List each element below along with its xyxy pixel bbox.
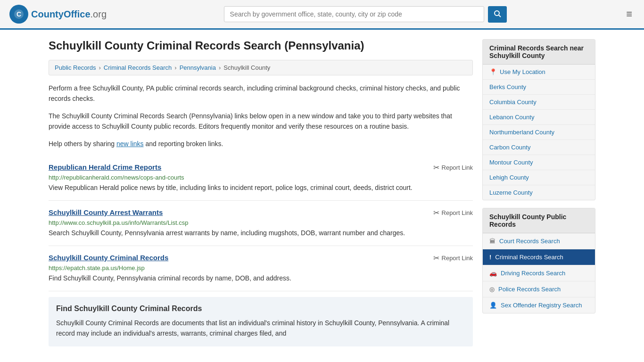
sidebar-county-7[interactable]: Lehigh County: [483, 170, 595, 185]
report-icon-2: ✂: [433, 208, 439, 217]
sidebar-police-records[interactable]: ◎ Police Records Search: [483, 281, 595, 297]
nearby-section: Criminal Records Search near Schuylkill …: [482, 39, 595, 200]
resource-header-2: Schuylkill County Arrest Warrants ✂ Repo…: [49, 208, 473, 217]
resource-item-3: Schuylkill County Criminal Records ✂ Rep…: [49, 246, 473, 291]
resource-header-1: Republican Herald Crime Reports ✂ Report…: [49, 163, 473, 172]
resource-header-3: Schuylkill County Criminal Records ✂ Rep…: [49, 254, 473, 263]
report-icon-3: ✂: [433, 254, 439, 263]
description-1: Perform a free Schuylkill County, PA pub…: [49, 83, 473, 104]
county-link-northumberland[interactable]: Northumberland County: [489, 129, 554, 136]
driving-icon: 🚗: [489, 270, 497, 277]
driving-records-link[interactable]: Driving Records Search: [501, 270, 565, 277]
sidebar-court-records[interactable]: 🏛 Court Records Search: [483, 233, 595, 249]
breadcrumb-sep-3: ›: [219, 64, 221, 71]
logo[interactable]: C CountyOffice.org: [9, 5, 107, 24]
county-link-berks[interactable]: Berks County: [489, 83, 526, 90]
county-link-columbia[interactable]: Columbia County: [489, 99, 537, 106]
county-link-luzerne[interactable]: Luzerne County: [489, 189, 533, 196]
nearby-title: Criminal Records Search near Schuylkill …: [483, 40, 595, 65]
breadcrumb-pennsylvania[interactable]: Pennsylvania: [180, 64, 216, 71]
resource-item-2: Schuylkill County Arrest Warrants ✂ Repo…: [49, 201, 473, 246]
resource-title-1[interactable]: Republican Herald Crime Reports: [49, 163, 161, 171]
resource-title-2[interactable]: Schuylkill County Arrest Warrants: [49, 208, 163, 216]
resource-desc-3: Find Schuylkill County, Pennsylvania cri…: [49, 273, 473, 283]
logo-icon: C: [9, 5, 28, 24]
sidebar-county-4[interactable]: Northumberland County: [483, 125, 595, 140]
main-content: Schuylkill County Criminal Records Searc…: [49, 39, 473, 346]
sidebar-county-8[interactable]: Luzerne County: [483, 185, 595, 200]
sidebar-county-2[interactable]: Columbia County: [483, 95, 595, 110]
resource-url-1: http://republicanherald.com/news/cops-an…: [49, 174, 473, 181]
court-records-link[interactable]: Court Records Search: [499, 238, 560, 245]
find-desc: Schuylkill County Criminal Records are d…: [56, 318, 465, 339]
report-icon-1: ✂: [433, 163, 439, 172]
breadcrumb-public-records[interactable]: Public Records: [55, 64, 96, 71]
breadcrumb-sep-1: ›: [99, 64, 100, 71]
sex-offender-icon: 👤: [489, 302, 497, 309]
svg-text:C: C: [17, 10, 21, 18]
sidebar-county-5[interactable]: Carbon County: [483, 140, 595, 155]
find-title: Find Schuylkill County Criminal Records: [56, 304, 465, 313]
breadcrumb-criminal-records[interactable]: Criminal Records Search: [104, 64, 172, 71]
resource-url-2: http://www.co.schuylkill.pa.us/info/Warr…: [49, 219, 473, 226]
location-pin-icon: 📍: [489, 68, 497, 75]
search-button[interactable]: [488, 6, 507, 23]
police-icon: ◎: [489, 286, 495, 293]
breadcrumb-current: Schuylkill County: [223, 64, 270, 71]
county-link-lebanon[interactable]: Lebanon County: [489, 114, 534, 121]
resource-url-3: https://epatch.state.pa.us/Home.jsp: [49, 264, 473, 272]
use-location-link[interactable]: Use My Location: [500, 68, 545, 75]
sidebar-county-3[interactable]: Lebanon County: [483, 110, 595, 125]
logo-text: CountyOffice.org: [31, 9, 107, 20]
site-header: C CountyOffice.org ≡: [0, 0, 644, 30]
header-right: ≡: [624, 6, 635, 23]
public-records-section: Schuylkill County Public Records 🏛 Court…: [482, 208, 595, 313]
court-icon: 🏛: [489, 238, 495, 245]
resource-title-3[interactable]: Schuylkill County Criminal Records: [49, 254, 168, 262]
sidebar-driving-records[interactable]: 🚗 Driving Records Search: [483, 265, 595, 281]
breadcrumb: Public Records › Criminal Records Search…: [49, 60, 473, 75]
resource-item-1: Republican Herald Crime Reports ✂ Report…: [49, 156, 473, 201]
sex-offender-link[interactable]: Sex Offender Registry Search: [501, 302, 582, 309]
breadcrumb-sep-2: ›: [174, 64, 176, 71]
report-link-btn-3[interactable]: ✂ Report Link: [433, 254, 473, 263]
search-input[interactable]: [224, 6, 484, 22]
report-link-btn-1[interactable]: ✂ Report Link: [433, 163, 473, 172]
sidebar: Criminal Records Search near Schuylkill …: [482, 39, 595, 346]
page-title: Schuylkill County Criminal Records Searc…: [49, 39, 473, 52]
public-records-title: Schuylkill County Public Records: [483, 208, 595, 233]
main-container: Schuylkill County Criminal Records Searc…: [39, 30, 605, 356]
resource-desc-1: View Republican Herald police news by ti…: [49, 183, 473, 193]
county-link-carbon[interactable]: Carbon County: [489, 144, 530, 151]
menu-button[interactable]: ≡: [624, 6, 635, 23]
find-section: Find Schuylkill County Criminal Records …: [49, 297, 473, 346]
criminal-icon: !: [489, 254, 491, 261]
county-link-montour[interactable]: Montour County: [489, 159, 533, 166]
svg-point-3: [495, 11, 499, 16]
description-3: Help others by sharing new links and rep…: [49, 139, 473, 149]
report-link-btn-2[interactable]: ✂ Report Link: [433, 208, 473, 217]
resource-desc-2: Search Schuylkill County, Pennsylvania a…: [49, 228, 473, 238]
criminal-records-link[interactable]: Criminal Records Search: [495, 254, 563, 261]
sidebar-criminal-records[interactable]: ! Criminal Records Search: [483, 249, 595, 265]
county-link-lehigh[interactable]: Lehigh County: [489, 174, 529, 181]
police-records-link[interactable]: Police Records Search: [498, 286, 561, 293]
description-2: The Schuylkill County Criminal Records S…: [49, 111, 473, 132]
svg-line-4: [499, 15, 501, 17]
sidebar-county-1[interactable]: Berks County: [483, 80, 595, 95]
new-links-link[interactable]: new links: [116, 140, 144, 148]
sidebar-county-6[interactable]: Montour County: [483, 155, 595, 170]
search-area: [224, 6, 507, 23]
use-location-item[interactable]: 📍 Use My Location: [483, 65, 595, 80]
sidebar-sex-offender[interactable]: 👤 Sex Offender Registry Search: [483, 297, 595, 313]
